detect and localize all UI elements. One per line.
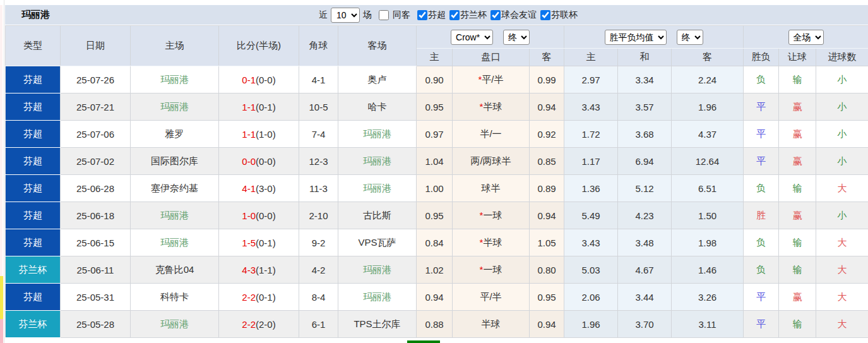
avg-type-select[interactable]: 胜平负均值 <box>605 30 667 45</box>
cell-away-team[interactable]: 玛丽港 <box>338 121 417 148</box>
cell-odds-away: 0.85 <box>530 148 564 175</box>
cell-avg-lose: 1.96 <box>672 93 744 121</box>
cell-odds-away: 0.99 <box>530 66 564 93</box>
cell-odds-away: 0.95 <box>530 284 564 311</box>
cell-avg-win: 1.36 <box>564 175 618 202</box>
cell-corners: 8-4 <box>299 284 338 311</box>
cell-home-team[interactable]: 玛丽港 <box>131 229 219 256</box>
scope-select[interactable]: 全场 <box>788 30 824 45</box>
cell-score: 0-1(0-0) <box>219 66 299 93</box>
cell-home-team[interactable]: 玛丽港 <box>131 93 219 121</box>
left-divider <box>4 0 4 343</box>
cell-away-team[interactable]: 奥卢 <box>338 66 417 93</box>
cell-avg-draw: 5.12 <box>618 175 672 202</box>
recent-matches-table: 类型 日期 主场 比分(半场) 角球 客场 Crow* 终 <box>5 25 868 338</box>
cell-avg-lose: 2.24 <box>672 66 744 93</box>
cell-corners: 10-5 <box>299 93 338 121</box>
cell-league-badge: 芬超 <box>6 202 61 229</box>
recent-count-select[interactable]: 10 <box>331 8 360 23</box>
cell-away-team[interactable]: 玛丽港 <box>338 148 417 175</box>
scope-group-header: 全场 <box>744 26 868 49</box>
cell-handicap-result: 赢 <box>779 202 816 229</box>
cell-goals-result: 小 <box>816 66 868 93</box>
cell-handicap: 半/一 <box>453 121 530 148</box>
league-filter-checkbox[interactable] <box>449 10 460 20</box>
left-edge-yellow-strip <box>0 276 3 319</box>
cell-home-team[interactable]: 玛丽港 <box>131 202 219 229</box>
col-header-home: 主场 <box>131 26 219 66</box>
cell-handicap-result: 赢 <box>779 121 816 148</box>
cell-goals-result: 小 <box>816 93 868 121</box>
same-opponent-checkbox[interactable] <box>379 10 389 20</box>
cell-league-badge: 芬超 <box>6 175 61 202</box>
cell-away-team[interactable]: 玛丽港 <box>338 175 417 202</box>
cell-avg-draw: 3.57 <box>618 93 672 121</box>
summary-footer: 近10场,胜1平5负4, 胜率: 10% 赢率:50% 大:50% 单率:40% <box>5 338 868 343</box>
cell-avg-lose: 6.51 <box>672 175 744 202</box>
cell-away-team[interactable]: 玛丽港 <box>338 256 417 284</box>
col-header-date: 日期 <box>61 26 131 66</box>
col-header-corners: 角球 <box>299 26 338 66</box>
cell-score: 1-1(1-0) <box>219 121 299 148</box>
league-filter-checkbox[interactable] <box>490 10 501 20</box>
league-filter-label: 芬兰杯 <box>460 9 487 21</box>
odds-time-select[interactable]: 终 <box>503 30 530 45</box>
cell-result: 平 <box>744 93 779 121</box>
cell-avg-draw: 4.67 <box>618 256 672 284</box>
cell-home-team[interactable]: 国际图尔库 <box>131 148 219 175</box>
cell-away-team[interactable]: 玛丽港 <box>338 284 417 311</box>
cell-league-badge: 芬兰杯 <box>6 256 61 284</box>
left-edge-decoration <box>0 5 3 277</box>
cell-home-team[interactable]: 克鲁比04 <box>131 256 219 284</box>
cell-league-badge: 芬超 <box>6 121 61 148</box>
cell-date: 25-05-28 <box>61 311 131 338</box>
cell-away-team[interactable]: 古比斯 <box>338 202 417 229</box>
league-filter-label: 芬超 <box>428 9 446 21</box>
cell-corners: 2-10 <box>299 202 338 229</box>
cell-home-team[interactable]: 塞伊奈约基 <box>131 175 219 202</box>
league-filter-checkbox[interactable] <box>540 10 550 20</box>
cell-handicap-result: 赢 <box>779 284 816 311</box>
cell-corners: 9-2 <box>299 229 338 256</box>
cell-goals-result: 小 <box>816 121 868 148</box>
table-row: 芬超25-06-18玛丽港1-0(0-0)2-10古比斯0.95*一球0.945… <box>6 202 868 229</box>
cell-handicap-result: 输 <box>779 256 816 284</box>
cell-odds-home: 1.00 <box>417 175 453 202</box>
cell-score: 1-0(0-0) <box>219 202 299 229</box>
cell-avg-draw: 3.34 <box>618 66 672 93</box>
team-recent-matches-panel: 玛丽港 近 10 场 同客 芬超芬兰杯球会友谊芬联杯 类型 日期 主场 比分 <box>5 5 868 343</box>
cell-home-team[interactable]: 玛丽港 <box>131 66 219 93</box>
league-filter-group: 芬超芬兰杯球会友谊芬联杯 <box>413 9 578 21</box>
cell-away-team[interactable]: TPS土尔库 <box>338 311 417 338</box>
cell-result: 负 <box>744 229 779 256</box>
cell-league-badge: 芬超 <box>6 148 61 175</box>
cell-away-team[interactable]: 哈卡 <box>338 93 417 121</box>
sub-header-result: 胜负 <box>744 49 779 66</box>
table-row: 芬超25-07-06雅罗1-1(1-0)7-4玛丽港0.97半/一0.921.7… <box>6 121 868 148</box>
cell-goals-result: 大 <box>816 311 868 338</box>
cell-goals-result: 小 <box>816 148 868 175</box>
cell-odds-home: 0.95 <box>417 202 453 229</box>
cell-result: 负 <box>744 66 779 93</box>
cell-odds-away: 0.80 <box>530 256 564 284</box>
league-filter-checkbox[interactable] <box>417 10 427 20</box>
cell-odds-away: 0.94 <box>530 311 564 338</box>
cell-home-team[interactable]: 雅罗 <box>131 121 219 148</box>
cell-odds-away: 1.05 <box>530 229 564 256</box>
cell-score: 1-5(0-1) <box>219 229 299 256</box>
avg-time-select[interactable]: 终 <box>677 30 703 45</box>
cell-goals-result: 大 <box>816 284 868 311</box>
odds-company-select[interactable]: Crow* <box>451 30 493 45</box>
cell-odds-home: 0.84 <box>417 229 453 256</box>
cell-away-team[interactable]: VPS瓦萨 <box>338 229 417 256</box>
cell-home-team[interactable]: 科特卡 <box>131 284 219 311</box>
cell-corners: 4-1 <box>299 66 338 93</box>
sub-header-avg-lose: 客 <box>672 49 744 66</box>
recent-label: 近 <box>319 9 328 21</box>
match-table-body: 芬超25-07-26玛丽港0-1(0-0)4-1奥卢0.90*平/半0.992.… <box>6 66 868 338</box>
cell-avg-draw: 4.23 <box>618 202 672 229</box>
odds-group-header: Crow* 终 <box>417 26 564 49</box>
cell-date: 25-06-15 <box>61 229 131 256</box>
sub-header-odds-away: 客 <box>530 49 564 66</box>
cell-home-team[interactable]: 玛丽港 <box>131 311 219 338</box>
